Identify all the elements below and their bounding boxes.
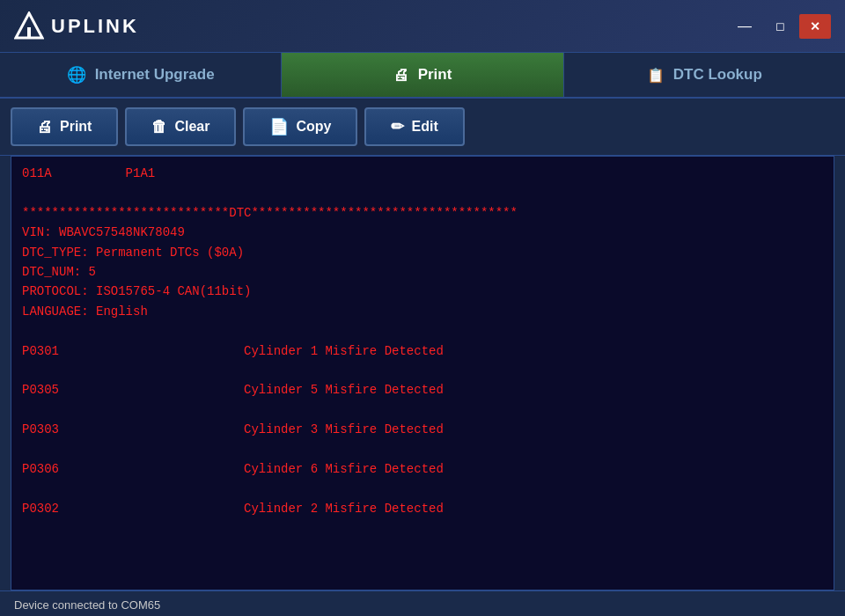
text-line (22, 321, 823, 341)
edit-icon: ✏ (391, 117, 404, 136)
tab-dtc-lookup-label: DTC Lookup (673, 66, 762, 84)
tab-internet-upgrade-label: Internet Upgrade (95, 66, 215, 84)
nav-tabs: 🌐 Internet Upgrade 🖨 Print 📋 DTC Lookup (0, 53, 845, 99)
restore-icon: ◻ (775, 19, 785, 33)
text-line: P0301 Cylinder 1 Misfire Detected (22, 341, 823, 361)
text-line: DTC_NUM: 5 (22, 262, 823, 282)
minimize-icon: — (738, 19, 752, 33)
print-icon: 🖨 (37, 118, 53, 136)
text-line (22, 183, 823, 202)
text-line (22, 479, 823, 498)
tab-print-label: Print (418, 66, 452, 84)
text-line (22, 361, 823, 380)
tab-dtc-lookup[interactable]: 📋 DTC Lookup (564, 53, 845, 97)
text-line: LANGUAGE: English (22, 302, 823, 321)
close-button[interactable]: ✕ (799, 14, 831, 39)
copy-button[interactable]: 📄 Copy (243, 107, 357, 146)
print-button[interactable]: 🖨 Print (11, 107, 118, 146)
clear-button[interactable]: 🗑 Clear (125, 107, 236, 146)
edit-button[interactable]: ✏ Edit (364, 107, 464, 146)
svg-rect-1 (27, 27, 31, 38)
copy-icon: 📄 (269, 117, 289, 136)
minimize-button[interactable]: — (729, 14, 760, 39)
print-nav-icon: 🖨 (393, 66, 409, 84)
status-bar: Device connected to COM65 (0, 590, 845, 616)
logo-icon (14, 11, 44, 41)
toolbar: 🖨 Print 🗑 Clear 📄 Copy ✏ Edit (0, 99, 845, 156)
text-line (22, 400, 823, 420)
text-line: PROTOCOL: ISO15765-4 CAN(11bit) (22, 282, 823, 301)
text-line: ****************************DTC*********… (22, 203, 823, 223)
text-line: P0305 Cylinder 5 Misfire Detected (22, 380, 823, 400)
restore-button[interactable]: ◻ (764, 14, 796, 39)
edit-button-label: Edit (411, 119, 437, 135)
text-display[interactable]: 011A P1A1 ****************************DT… (11, 156, 834, 590)
text-line: DTC_TYPE: Permanent DTCs ($0A) (22, 243, 823, 262)
text-line: VIN: WBAVC57548NK78049 (22, 223, 823, 242)
text-line (22, 439, 823, 458)
dtc-icon: 📋 (647, 67, 665, 84)
text-line: 011A P1A1 (22, 164, 823, 183)
text-line: P0303 Cylinder 3 Misfire Detected (22, 420, 823, 439)
app-title: UPLINK (51, 15, 139, 38)
trash-icon: 🗑 (151, 118, 167, 136)
close-icon: ✕ (810, 19, 820, 33)
tab-internet-upgrade[interactable]: 🌐 Internet Upgrade (0, 53, 282, 97)
copy-button-label: Copy (296, 119, 331, 135)
print-button-label: Print (60, 119, 92, 135)
app-logo: UPLINK (14, 11, 139, 41)
status-text: Device connected to COM65 (14, 598, 160, 612)
text-line: P0306 Cylinder 6 Misfire Detected (22, 459, 823, 479)
text-line: P0302 Cylinder 2 Misfire Detected (22, 499, 823, 518)
globe-icon: 🌐 (67, 65, 86, 84)
window-controls: — ◻ ✕ (729, 14, 831, 39)
title-bar: UPLINK — ◻ ✕ (0, 0, 845, 53)
tab-print[interactable]: 🖨 Print (282, 53, 563, 97)
clear-button-label: Clear (174, 119, 209, 135)
content-area: 011A P1A1 ****************************DT… (0, 156, 845, 590)
